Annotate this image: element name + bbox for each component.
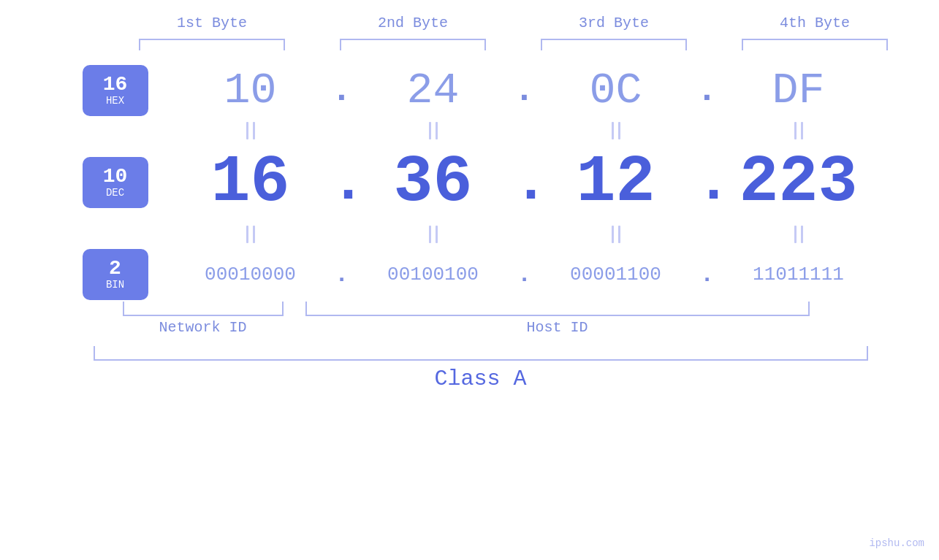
vline [246, 122, 248, 139]
main-container: 1st Byte 2nd Byte 3rd Byte 4th Byte 16 H… [0, 0, 939, 560]
vlines-8 [718, 226, 879, 243]
bracket-col2 [340, 39, 486, 50]
vlines-6 [353, 226, 514, 243]
network-id-label: Network ID [159, 319, 246, 336]
hex-base-num: 16 [103, 74, 128, 95]
bin-dot-2: . [514, 261, 536, 288]
between-dec-bin [170, 220, 879, 249]
col-header-2: 2nd Byte [332, 15, 493, 31]
dec-dot-3: . [696, 150, 718, 216]
vline [436, 226, 438, 243]
dec-values-row: 16 . 36 . 12 . 223 [170, 145, 879, 220]
dec-base-num: 10 [103, 166, 128, 187]
dec-val-3: 12 [536, 145, 696, 220]
vline [794, 226, 797, 243]
hex-base-name: HEX [106, 95, 124, 107]
vline [253, 226, 255, 243]
vline [618, 226, 620, 243]
bin-val-1: 00010000 [170, 264, 331, 285]
dec-val-4: 223 [718, 145, 879, 220]
bin-val-2: 00100100 [353, 264, 514, 285]
bin-dot-1: . [331, 261, 353, 288]
vline [612, 122, 614, 139]
watermark: ipshu.com [869, 537, 924, 549]
dec-dot-2: . [514, 150, 536, 216]
dot-spacer-1 [284, 302, 305, 336]
bracket-col4 [742, 39, 888, 50]
vlines-1 [170, 122, 331, 139]
class-section: Class A [79, 346, 883, 391]
hex-row: 16 HEX 10 . 24 . 0C . DF [61, 65, 879, 116]
top-brackets-row [112, 39, 916, 50]
vline [246, 226, 248, 243]
host-id-section: Host ID [305, 302, 810, 336]
dec-val-1: 16 [170, 145, 331, 220]
headers-row: 1st Byte 2nd Byte 3rd Byte 4th Byte [112, 15, 916, 31]
hex-dot-2: . [514, 71, 536, 110]
network-id-section: Network ID [123, 302, 284, 336]
hex-label-badge: 16 HEX [83, 65, 148, 116]
vlines-5 [170, 226, 331, 243]
vlines-2 [353, 122, 514, 139]
vline [429, 122, 431, 139]
vline [429, 226, 431, 243]
class-bracket [94, 346, 868, 361]
bin-base-num: 2 [109, 258, 121, 279]
dec-base-name: DEC [106, 187, 124, 199]
host-id-label: Host ID [526, 319, 588, 336]
hex-val-1: 10 [170, 66, 331, 115]
bracket-col3 [541, 39, 687, 50]
dec-label-badge: 10 DEC [83, 157, 148, 208]
host-id-bracket [305, 302, 810, 316]
class-label: Class A [434, 367, 526, 391]
vline [801, 122, 803, 139]
dec-dot-1: . [331, 150, 353, 216]
vline [801, 226, 803, 243]
bin-row: 2 BIN 00010000 . 00100100 . 00001100 . 1… [61, 249, 879, 300]
dec-row: 10 DEC 16 . 36 . 12 . 223 [61, 145, 879, 220]
vline [794, 122, 797, 139]
col-header-3: 3rd Byte [533, 15, 694, 31]
vline [618, 122, 620, 139]
hex-val-3: 0C [536, 66, 696, 115]
vline [436, 122, 438, 139]
hex-dot-3: . [696, 71, 718, 110]
vlines-4 [718, 122, 879, 139]
bin-values-row: 00010000 . 00100100 . 00001100 . 1101111… [170, 261, 879, 288]
network-id-bracket [123, 302, 284, 316]
col-header-4: 4th Byte [734, 15, 895, 31]
hex-val-2: 24 [353, 66, 514, 115]
vline [253, 122, 255, 139]
between-hex-dec [170, 116, 879, 145]
bin-label-badge: 2 BIN [83, 249, 148, 300]
hex-val-4: DF [718, 66, 879, 115]
dec-val-2: 36 [353, 145, 514, 220]
bottom-brackets-row: Network ID Host ID [123, 302, 927, 336]
vline [612, 226, 614, 243]
hex-values-row: 10 . 24 . 0C . DF [170, 66, 879, 115]
bin-dot-3: . [696, 261, 718, 288]
vlines-7 [536, 226, 696, 243]
bracket-col1 [139, 39, 285, 50]
hex-dot-1: . [331, 71, 353, 110]
bin-val-3: 00001100 [536, 264, 696, 285]
col-header-1: 1st Byte [132, 15, 292, 31]
vlines-3 [536, 122, 696, 139]
bin-base-name: BIN [106, 279, 124, 291]
bin-val-4: 11011111 [718, 264, 879, 285]
